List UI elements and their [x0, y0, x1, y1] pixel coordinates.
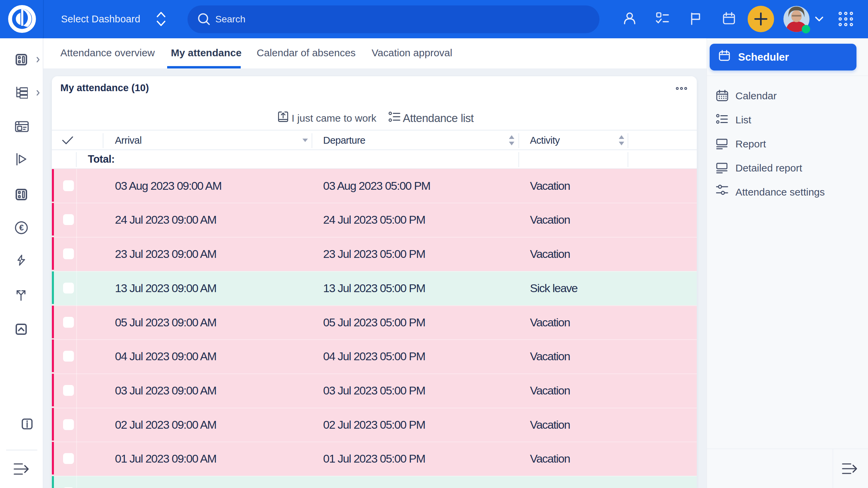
svg-text:€: €	[19, 223, 24, 232]
